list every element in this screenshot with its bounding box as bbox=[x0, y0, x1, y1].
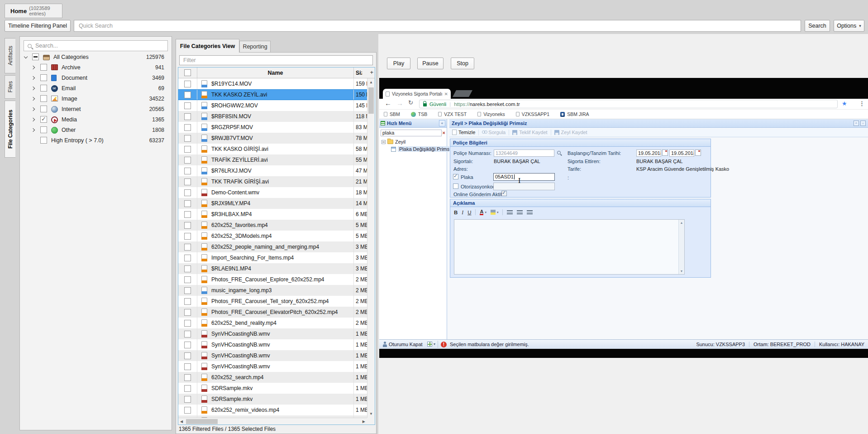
name-column-header[interactable]: Name bbox=[197, 68, 354, 78]
tab-reporting[interactable]: Reporting bbox=[239, 41, 271, 53]
tree-item-document[interactable]: Document3469 bbox=[20, 73, 172, 83]
chevron-down-icon[interactable]: ▾ bbox=[497, 211, 499, 214]
row-checkbox[interactable] bbox=[184, 320, 191, 327]
table-row[interactable]: Import_Searching_For_Items.mp43 MB bbox=[178, 252, 375, 263]
tree-item-checkbox[interactable] bbox=[40, 106, 47, 112]
row-checkbox[interactable] bbox=[184, 102, 191, 109]
play-button[interactable]: Play bbox=[387, 58, 410, 69]
tree-item-media[interactable]: Media1365 bbox=[20, 115, 172, 125]
aciklama-textarea[interactable]: ▲ ▼ bbox=[454, 219, 685, 275]
row-checkbox[interactable] bbox=[184, 178, 191, 185]
table-row[interactable]: TKK TRAFİK GİRİŞİ.avi21 MB bbox=[178, 176, 375, 187]
otorizasyon-checkbox[interactable] bbox=[453, 183, 458, 189]
scroll-left-icon[interactable]: ◀ bbox=[180, 420, 183, 424]
row-checkbox[interactable] bbox=[184, 211, 191, 218]
tree-item-all-categories[interactable]: All Categories125976 bbox=[20, 52, 172, 63]
select-all-checkbox[interactable] bbox=[184, 69, 191, 76]
scroll-down-icon[interactable]: ▼ bbox=[679, 270, 684, 273]
online-gonderim-checkbox[interactable] bbox=[501, 191, 507, 196]
table-row[interactable]: TKK KASKO GİRİŞİ.avi58 MB bbox=[178, 144, 375, 154]
table-row[interactable]: $R3HLBAX.MP46 MB bbox=[178, 209, 375, 220]
chevron-down-icon[interactable]: ▾ bbox=[434, 342, 435, 346]
table-row[interactable]: $RJX9MLY.MP414 MB bbox=[178, 198, 375, 209]
tree-item-email[interactable]: Email69 bbox=[20, 83, 172, 94]
sorgula-button[interactable]: Sorgula bbox=[482, 130, 506, 135]
grid-view-icon[interactable] bbox=[427, 342, 432, 347]
tree-item-archive[interactable]: Archive941 bbox=[20, 63, 172, 73]
table-row[interactable]: music_ingame_long.mp32 MB bbox=[178, 285, 375, 296]
zeyl-kaydet-button[interactable]: Zeyl Kaydet bbox=[554, 130, 587, 135]
table-row[interactable]: Photos_FRE_Carousel_Explore_620x252.mp42… bbox=[178, 274, 375, 285]
italic-icon[interactable]: I bbox=[462, 210, 463, 215]
reload-icon[interactable]: ↻ bbox=[408, 99, 413, 106]
table-row[interactable]: SDRSample.mkv1 MB bbox=[178, 394, 375, 405]
tree-item-checkbox[interactable] bbox=[40, 126, 47, 133]
table-row[interactable]: Photos_FRE_Carousel_Tell_story_620x252.m… bbox=[178, 296, 375, 307]
chevron-right-icon[interactable] bbox=[31, 118, 35, 121]
new-tab-button[interactable] bbox=[453, 90, 472, 97]
row-checkbox[interactable] bbox=[184, 233, 191, 240]
lookup-icon[interactable] bbox=[557, 151, 561, 154]
chevron-right-icon[interactable] bbox=[31, 107, 35, 111]
bookmark-star-icon[interactable]: ★ bbox=[842, 100, 847, 107]
size-column-header[interactable]: Size + bbox=[354, 68, 375, 78]
tab-file-categories-view[interactable]: File Categories View bbox=[176, 39, 239, 53]
logout-button[interactable]: Oturumu Kapat bbox=[389, 342, 423, 347]
tree-item-checkbox[interactable] bbox=[40, 85, 47, 92]
row-checkbox[interactable] bbox=[184, 407, 191, 414]
align-left-icon[interactable] bbox=[507, 210, 513, 215]
video-preview[interactable]: Vizyoneks Sigorta Portalı ✕ ← → ↻ Güvenl… bbox=[379, 78, 868, 358]
back-icon[interactable]: ← bbox=[385, 99, 391, 107]
align-center-icon[interactable] bbox=[517, 210, 523, 215]
bookmark-vzx-test[interactable]: VZX TEST bbox=[438, 111, 467, 117]
chevron-right-icon[interactable] bbox=[31, 97, 35, 101]
calendar-icon[interactable] bbox=[662, 149, 668, 156]
row-checkbox[interactable] bbox=[184, 342, 191, 348]
row-checkbox[interactable] bbox=[184, 222, 191, 229]
table-row[interactable]: Photos_FRE_Carousel_ElevatorPitch_620x25… bbox=[178, 307, 375, 318]
filter-input[interactable] bbox=[179, 55, 373, 65]
row-checkbox[interactable] bbox=[184, 124, 191, 131]
bookmark-vizyoneks[interactable]: Vizyoneks bbox=[477, 111, 505, 117]
bookmark-vzkssapp1[interactable]: VZKSSAPP1 bbox=[516, 111, 549, 117]
browser-tab[interactable]: Vizyoneks Sigorta Portalı ✕ bbox=[383, 89, 451, 99]
browser-menu-icon[interactable]: ⋮ bbox=[859, 100, 865, 107]
row-checkbox[interactable] bbox=[184, 309, 191, 316]
tree-item-checkbox[interactable] bbox=[40, 74, 47, 81]
table-row[interactable]: 620x252_favorites.mp45 MB bbox=[178, 220, 375, 231]
add-column-icon[interactable]: + bbox=[370, 69, 373, 76]
table-row[interactable]: 620x252_bend_reality.mp42 MB bbox=[178, 318, 375, 328]
table-row[interactable]: $R19YC14.MOV159 MB bbox=[178, 78, 375, 89]
row-checkbox[interactable] bbox=[184, 255, 191, 261]
row-checkbox[interactable] bbox=[184, 298, 191, 305]
tree-item-other[interactable]: Other1808 bbox=[20, 125, 172, 135]
chevron-right-icon[interactable] bbox=[31, 66, 35, 69]
row-checkbox[interactable] bbox=[184, 363, 191, 370]
table-row[interactable]: 620x252_remix_videos.mp41 MB bbox=[178, 405, 375, 415]
tree-item-checkbox[interactable] bbox=[40, 116, 47, 123]
bookmark-sbm-jira[interactable]: SBM JIRA bbox=[560, 111, 589, 117]
options-button[interactable]: Options ▾ bbox=[834, 20, 864, 32]
panel-collapse-icon[interactable]: ^ bbox=[854, 121, 859, 126]
table-row[interactable]: SynVHCoastingNB.wmv1 MB bbox=[178, 328, 375, 339]
chevron-down-icon[interactable]: ▾ bbox=[485, 211, 486, 214]
plaka-input[interactable]: 05ASD1 bbox=[493, 173, 555, 181]
table-row[interactable]: 620x252_people_naming_and_merging.mp43 M… bbox=[178, 241, 375, 252]
vertical-scrollbar[interactable]: ▲ ▼ bbox=[367, 78, 375, 418]
clear-search-icon[interactable]: × bbox=[443, 130, 445, 135]
table-row[interactable]: 620x252_3DModels.mp45 MB bbox=[178, 231, 375, 241]
calendar-icon[interactable] bbox=[695, 149, 701, 156]
quick-search-input[interactable] bbox=[74, 20, 801, 32]
row-checkbox[interactable] bbox=[184, 146, 191, 153]
teklif-kaydet-button[interactable]: Teklif Kaydet bbox=[512, 130, 547, 135]
row-checkbox[interactable] bbox=[184, 189, 191, 196]
table-row[interactable]: SynVHCoastingNB.wmv1 MB bbox=[178, 361, 375, 372]
chevron-right-icon[interactable] bbox=[31, 76, 35, 80]
vertical-scrollbar-thumb[interactable] bbox=[368, 87, 374, 114]
table-row[interactable]: SDRSample.mkv1 MB bbox=[178, 383, 375, 394]
side-tab-file-categories[interactable]: File Categories bbox=[5, 101, 15, 158]
start-date-input[interactable]: 19.05.2018 bbox=[636, 149, 661, 157]
table-row[interactable]: 620x252_search.mp41 MB bbox=[178, 372, 375, 383]
horizontal-scrollbar-thumb[interactable] bbox=[186, 419, 218, 424]
row-checkbox[interactable] bbox=[184, 396, 191, 403]
